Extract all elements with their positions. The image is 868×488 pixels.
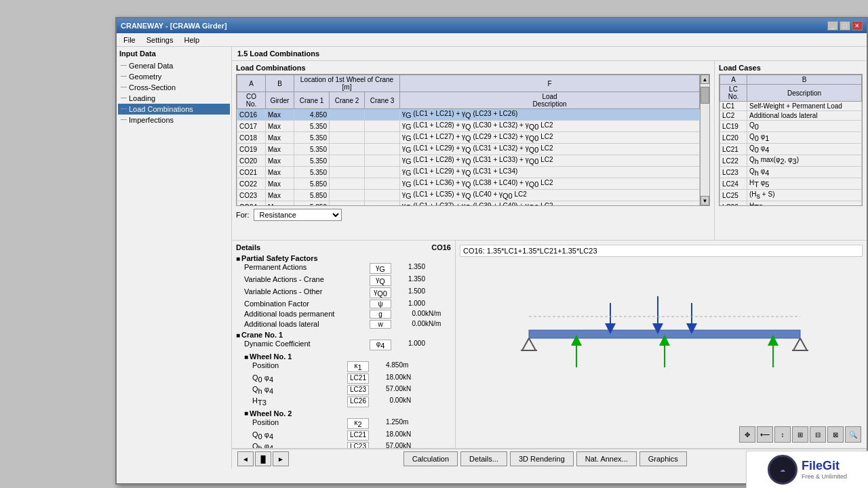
detail-row: Q0 φ4 LC21 18.00 kN (252, 373, 451, 384)
sidebar-item-cross-section[interactable]: — Cross-Section (118, 82, 230, 93)
detail-row: Additional loads permanent g 0.00 kN/m (244, 309, 451, 319)
for-row: For: Resistance Serviceability (236, 209, 710, 221)
table-row[interactable]: CO24 Max 5.850 γG (LC1 + LC37) + γQ (LC3… (237, 201, 700, 206)
col-b-header: B (266, 75, 294, 92)
detail-row: Qh φ4 LC23 57.00 kN (252, 441, 451, 448)
collapse-icon[interactable]: ■ (236, 255, 240, 262)
detail-row: Variable Actions - Other γQ0 1.500 (244, 287, 451, 299)
diagram-svg (460, 262, 863, 398)
load-cases-table-container[interactable]: A B LCNo. Description LC1Self-Weight + P… (719, 74, 863, 206)
nat-annex-button[interactable]: Nat. Annex... (576, 451, 637, 466)
3d-rendering-button[interactable]: 3D Rendering (510, 451, 574, 466)
nav-prev-btn[interactable]: ◄ (237, 451, 254, 466)
tool-select-btn[interactable]: ✥ (739, 426, 755, 443)
list-item[interactable]: LC26HT3 (720, 201, 862, 207)
svg-line-5 (800, 338, 807, 350)
col-girder-header: Girder (266, 92, 294, 109)
load-combinations-title: Load Combinations (236, 64, 710, 72)
list-item[interactable]: LC24HT φ5 (720, 178, 862, 190)
scroll-up-arrow[interactable]: ▲ (701, 75, 709, 84)
close-button[interactable]: ✕ (852, 21, 863, 30)
sidebar-item-imperfections[interactable]: — Imperfections (118, 115, 230, 125)
logo-name: FileGit (802, 460, 847, 473)
tool-pan-btn[interactable]: ⊟ (810, 426, 826, 443)
col-f-header: F (400, 75, 700, 92)
svg-line-4 (793, 338, 800, 350)
logo-subtitle: Free & Unlimited (802, 473, 847, 480)
table-row[interactable]: CO16 Max 4.850 γG (LC1 + LC21) + γQ (LC2… (237, 109, 700, 121)
min-button[interactable]: _ (827, 21, 838, 30)
detail-row: Combination Factor ψ 1.000 (244, 299, 451, 309)
co-badge: CO16 (431, 243, 451, 251)
logo-icon: ☁ (768, 455, 797, 485)
list-item[interactable]: LC2Additional loads lateral (720, 111, 862, 121)
nav-stop-btn[interactable]: ▐▌ (255, 451, 271, 466)
load-cases-title: Load Cases (719, 64, 863, 72)
collapse-icon[interactable]: ■ (244, 353, 248, 361)
tool-zoom-out-btn[interactable]: ↕ (774, 426, 791, 443)
details-label: Details (236, 243, 260, 251)
list-item[interactable]: LC19Q0 (720, 121, 862, 132)
collapse-icon[interactable]: ■ (244, 409, 248, 417)
list-item[interactable]: LC21Q0 φ4 (720, 144, 862, 155)
col-cde-header: Location of 1st Wheel of Crane [m] (294, 75, 400, 92)
list-item[interactable]: LC1Self-Weight + Permanent Load (720, 102, 862, 111)
table-row[interactable]: CO22 Max 5.850 γG (LC1 + LC36) + γQ (LC3… (237, 178, 700, 190)
table-row[interactable]: CO17 Max 5.350 γG (LC1 + LC28) + γQ (LC3… (237, 121, 700, 132)
detail-row: Additional loads lateral w 0.00 kN/m (244, 319, 451, 329)
load-cases-panel: Load Cases A B (714, 61, 867, 240)
menu-help[interactable]: Help (178, 35, 205, 45)
title-bar: CRANEWAY - [CRAWA Girder] _ □ ✕ (117, 18, 867, 33)
table-row[interactable]: CO20 Max 5.350 γG (LC1 + LC28) + γQ (LC3… (237, 155, 700, 167)
col-c3-header: Crane 3 (365, 92, 400, 109)
list-item[interactable]: LC22Qh max(φ2, φ3) (720, 155, 862, 167)
table-row[interactable]: CO23 Max 5.850 γG (LC1 + LC35) + γQ (LC4… (237, 190, 700, 201)
table-row[interactable]: CO18 Max 5.350 γG (LC1 + LC27) + γQ (LC2… (237, 132, 700, 144)
calculation-button[interactable]: Calculation (403, 451, 458, 466)
table-row[interactable]: CO19 Max 5.350 γG (LC1 + LC29) + γQ (LC3… (237, 144, 700, 155)
sidebar-item-general-data[interactable]: — General Data (118, 60, 230, 71)
col-co-header: CONo. (237, 92, 266, 109)
lc-desc-header: Description (747, 85, 862, 102)
menu-settings[interactable]: Settings (141, 35, 179, 45)
load-combinations-panel: Load Combinations (232, 61, 714, 240)
partial-safety-header: ■ Partial Safety Factors (236, 254, 451, 262)
diagram-toolbar: ✥ ⟵ ↕ ⊞ ⊟ ⊠ 🔍 (739, 426, 861, 443)
col-c2-header: Crane 2 (330, 92, 365, 109)
action-buttons: Calculation Details... 3D Rendering Nat.… (403, 451, 687, 466)
for-select[interactable]: Resistance Serviceability (254, 209, 342, 221)
load-combinations-table-container[interactable]: A B Location of 1st Wheel of Crane [m] F… (237, 75, 700, 205)
sidebar-item-geometry[interactable]: — Geometry (118, 71, 230, 82)
tree-header: Input Data (118, 49, 230, 58)
panel-title: 1.5 Load Combinations (232, 47, 867, 61)
list-item[interactable]: LC23Qh φ4 (720, 167, 862, 178)
formula-bar: CO16: 1.35*LC1+1.35*LC21+1.35*LC23 (460, 245, 863, 257)
tool-zoom-in-btn[interactable]: ⟵ (757, 426, 773, 443)
list-item[interactable]: LC20Q0 φ1 (720, 132, 862, 144)
col-desc-header: LoadDescription (400, 92, 700, 109)
wheel-no2-header: ■ Wheel No. 2 (244, 409, 451, 418)
detail-row: Permanent Actions γG 1.350 (244, 262, 451, 274)
scroll-thumb[interactable] (701, 87, 709, 104)
wheel-no1-header: ■ Wheel No. 1 (244, 352, 451, 361)
list-item[interactable]: LC25(Hs + S) (720, 190, 862, 201)
nav-next-btn[interactable]: ► (273, 451, 289, 466)
table-row[interactable]: CO21 Max 5.350 γG (LC1 + LC29) + γQ (LC3… (237, 167, 700, 178)
svg-rect-0 (529, 330, 800, 338)
collapse-icon[interactable]: ■ (236, 331, 240, 339)
sidebar-item-loading[interactable]: — Loading (118, 93, 230, 104)
details-button[interactable]: Details... (460, 451, 507, 466)
diagram-panel: CO16: 1.35*LC1+1.35*LC21+1.35*LC23 (456, 241, 867, 448)
table-scrollbar[interactable]: ▲ ▼ (700, 75, 709, 205)
lc-no-header: LCNo. (720, 85, 747, 102)
sidebar-item-load-combinations[interactable]: — Load Combinations (118, 104, 230, 115)
graphics-button[interactable]: Graphics (639, 451, 687, 466)
scroll-down-arrow[interactable]: ▼ (701, 196, 709, 205)
detail-row: Dynamic Coefficient φ4 1.000 (244, 339, 451, 351)
max-button[interactable]: □ (840, 21, 850, 30)
menu-file[interactable]: File (118, 35, 141, 45)
menu-bar: File Settings Help (117, 33, 867, 47)
tool-search-btn[interactable]: 🔍 (845, 426, 861, 443)
tool-print-btn[interactable]: ⊠ (827, 426, 844, 443)
tool-fit-btn[interactable]: ⊞ (792, 426, 808, 443)
